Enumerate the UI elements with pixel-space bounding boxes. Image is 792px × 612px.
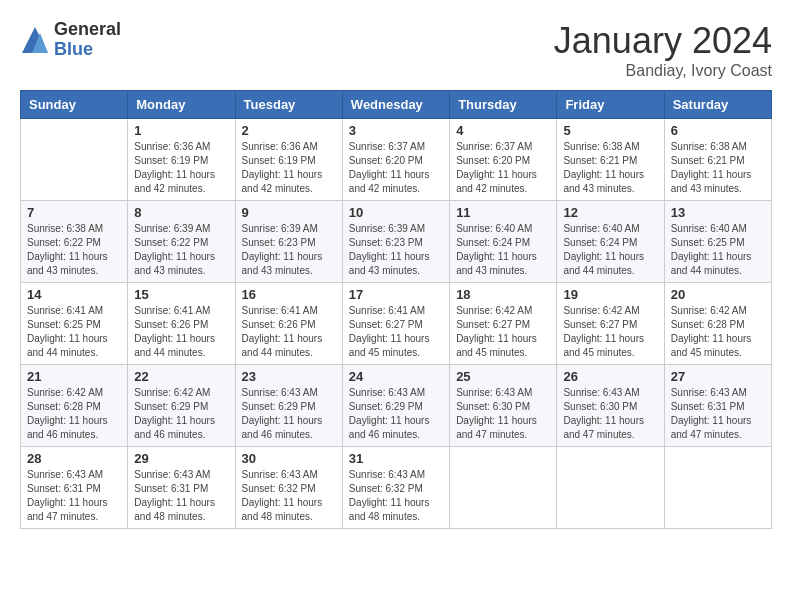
logo-text: General Blue <box>54 20 121 60</box>
calendar-cell: 24Sunrise: 6:43 AMSunset: 6:29 PMDayligh… <box>342 365 449 447</box>
day-info: Sunrise: 6:38 AMSunset: 6:21 PMDaylight:… <box>671 140 765 196</box>
day-number: 11 <box>456 205 550 220</box>
day-info: Sunrise: 6:38 AMSunset: 6:21 PMDaylight:… <box>563 140 657 196</box>
calendar-week-2: 7Sunrise: 6:38 AMSunset: 6:22 PMDaylight… <box>21 201 772 283</box>
day-info: Sunrise: 6:43 AMSunset: 6:31 PMDaylight:… <box>671 386 765 442</box>
calendar-week-1: 1Sunrise: 6:36 AMSunset: 6:19 PMDaylight… <box>21 119 772 201</box>
calendar-cell: 2Sunrise: 6:36 AMSunset: 6:19 PMDaylight… <box>235 119 342 201</box>
day-number: 29 <box>134 451 228 466</box>
day-number: 6 <box>671 123 765 138</box>
logo: General Blue <box>20 20 121 60</box>
calendar-cell: 28Sunrise: 6:43 AMSunset: 6:31 PMDayligh… <box>21 447 128 529</box>
weekday-header-friday: Friday <box>557 91 664 119</box>
day-info: Sunrise: 6:41 AMSunset: 6:26 PMDaylight:… <box>134 304 228 360</box>
day-number: 18 <box>456 287 550 302</box>
day-number: 14 <box>27 287 121 302</box>
day-number: 20 <box>671 287 765 302</box>
weekday-header-wednesday: Wednesday <box>342 91 449 119</box>
day-info: Sunrise: 6:43 AMSunset: 6:31 PMDaylight:… <box>27 468 121 524</box>
day-info: Sunrise: 6:40 AMSunset: 6:24 PMDaylight:… <box>456 222 550 278</box>
calendar-cell <box>557 447 664 529</box>
day-info: Sunrise: 6:43 AMSunset: 6:30 PMDaylight:… <box>563 386 657 442</box>
day-number: 10 <box>349 205 443 220</box>
day-number: 5 <box>563 123 657 138</box>
day-info: Sunrise: 6:40 AMSunset: 6:25 PMDaylight:… <box>671 222 765 278</box>
day-number: 26 <box>563 369 657 384</box>
calendar-cell: 25Sunrise: 6:43 AMSunset: 6:30 PMDayligh… <box>450 365 557 447</box>
calendar-week-3: 14Sunrise: 6:41 AMSunset: 6:25 PMDayligh… <box>21 283 772 365</box>
day-info: Sunrise: 6:42 AMSunset: 6:28 PMDaylight:… <box>671 304 765 360</box>
calendar-cell: 14Sunrise: 6:41 AMSunset: 6:25 PMDayligh… <box>21 283 128 365</box>
day-number: 12 <box>563 205 657 220</box>
page-header: General Blue January 2024 Bandiay, Ivory… <box>20 20 772 80</box>
calendar-week-4: 21Sunrise: 6:42 AMSunset: 6:28 PMDayligh… <box>21 365 772 447</box>
calendar-cell <box>450 447 557 529</box>
day-info: Sunrise: 6:42 AMSunset: 6:28 PMDaylight:… <box>27 386 121 442</box>
calendar-table: SundayMondayTuesdayWednesdayThursdayFrid… <box>20 90 772 529</box>
day-info: Sunrise: 6:41 AMSunset: 6:26 PMDaylight:… <box>242 304 336 360</box>
day-info: Sunrise: 6:36 AMSunset: 6:19 PMDaylight:… <box>242 140 336 196</box>
month-title: January 2024 <box>554 20 772 62</box>
day-info: Sunrise: 6:42 AMSunset: 6:27 PMDaylight:… <box>563 304 657 360</box>
calendar-cell: 26Sunrise: 6:43 AMSunset: 6:30 PMDayligh… <box>557 365 664 447</box>
calendar-cell: 13Sunrise: 6:40 AMSunset: 6:25 PMDayligh… <box>664 201 771 283</box>
day-info: Sunrise: 6:39 AMSunset: 6:23 PMDaylight:… <box>242 222 336 278</box>
day-number: 24 <box>349 369 443 384</box>
day-info: Sunrise: 6:37 AMSunset: 6:20 PMDaylight:… <box>456 140 550 196</box>
day-number: 30 <box>242 451 336 466</box>
calendar-cell: 16Sunrise: 6:41 AMSunset: 6:26 PMDayligh… <box>235 283 342 365</box>
calendar-cell: 23Sunrise: 6:43 AMSunset: 6:29 PMDayligh… <box>235 365 342 447</box>
calendar-cell: 19Sunrise: 6:42 AMSunset: 6:27 PMDayligh… <box>557 283 664 365</box>
calendar-cell: 17Sunrise: 6:41 AMSunset: 6:27 PMDayligh… <box>342 283 449 365</box>
calendar-cell <box>21 119 128 201</box>
weekday-header-saturday: Saturday <box>664 91 771 119</box>
day-info: Sunrise: 6:37 AMSunset: 6:20 PMDaylight:… <box>349 140 443 196</box>
calendar-cell: 3Sunrise: 6:37 AMSunset: 6:20 PMDaylight… <box>342 119 449 201</box>
day-number: 7 <box>27 205 121 220</box>
day-number: 8 <box>134 205 228 220</box>
day-number: 15 <box>134 287 228 302</box>
calendar-cell: 4Sunrise: 6:37 AMSunset: 6:20 PMDaylight… <box>450 119 557 201</box>
calendar-cell: 30Sunrise: 6:43 AMSunset: 6:32 PMDayligh… <box>235 447 342 529</box>
calendar-cell: 8Sunrise: 6:39 AMSunset: 6:22 PMDaylight… <box>128 201 235 283</box>
calendar-cell: 29Sunrise: 6:43 AMSunset: 6:31 PMDayligh… <box>128 447 235 529</box>
location-subtitle: Bandiay, Ivory Coast <box>554 62 772 80</box>
calendar-cell: 9Sunrise: 6:39 AMSunset: 6:23 PMDaylight… <box>235 201 342 283</box>
day-info: Sunrise: 6:36 AMSunset: 6:19 PMDaylight:… <box>134 140 228 196</box>
calendar-cell: 22Sunrise: 6:42 AMSunset: 6:29 PMDayligh… <box>128 365 235 447</box>
calendar-cell: 21Sunrise: 6:42 AMSunset: 6:28 PMDayligh… <box>21 365 128 447</box>
title-block: January 2024 Bandiay, Ivory Coast <box>554 20 772 80</box>
day-info: Sunrise: 6:43 AMSunset: 6:30 PMDaylight:… <box>456 386 550 442</box>
day-info: Sunrise: 6:43 AMSunset: 6:32 PMDaylight:… <box>242 468 336 524</box>
calendar-cell: 5Sunrise: 6:38 AMSunset: 6:21 PMDaylight… <box>557 119 664 201</box>
day-info: Sunrise: 6:43 AMSunset: 6:29 PMDaylight:… <box>242 386 336 442</box>
logo-blue: Blue <box>54 40 121 60</box>
day-info: Sunrise: 6:43 AMSunset: 6:29 PMDaylight:… <box>349 386 443 442</box>
day-info: Sunrise: 6:41 AMSunset: 6:25 PMDaylight:… <box>27 304 121 360</box>
logo-general: General <box>54 20 121 40</box>
calendar-cell: 1Sunrise: 6:36 AMSunset: 6:19 PMDaylight… <box>128 119 235 201</box>
day-info: Sunrise: 6:41 AMSunset: 6:27 PMDaylight:… <box>349 304 443 360</box>
weekday-header-tuesday: Tuesday <box>235 91 342 119</box>
day-info: Sunrise: 6:42 AMSunset: 6:29 PMDaylight:… <box>134 386 228 442</box>
day-number: 25 <box>456 369 550 384</box>
calendar-cell: 18Sunrise: 6:42 AMSunset: 6:27 PMDayligh… <box>450 283 557 365</box>
day-number: 17 <box>349 287 443 302</box>
day-number: 22 <box>134 369 228 384</box>
calendar-cell: 20Sunrise: 6:42 AMSunset: 6:28 PMDayligh… <box>664 283 771 365</box>
day-number: 21 <box>27 369 121 384</box>
day-number: 4 <box>456 123 550 138</box>
calendar-cell: 12Sunrise: 6:40 AMSunset: 6:24 PMDayligh… <box>557 201 664 283</box>
day-number: 23 <box>242 369 336 384</box>
day-number: 31 <box>349 451 443 466</box>
day-number: 13 <box>671 205 765 220</box>
calendar-cell: 10Sunrise: 6:39 AMSunset: 6:23 PMDayligh… <box>342 201 449 283</box>
calendar-cell: 11Sunrise: 6:40 AMSunset: 6:24 PMDayligh… <box>450 201 557 283</box>
logo-icon <box>20 25 50 55</box>
calendar-cell: 31Sunrise: 6:43 AMSunset: 6:32 PMDayligh… <box>342 447 449 529</box>
calendar-cell: 6Sunrise: 6:38 AMSunset: 6:21 PMDaylight… <box>664 119 771 201</box>
day-number: 28 <box>27 451 121 466</box>
weekday-header-thursday: Thursday <box>450 91 557 119</box>
day-number: 1 <box>134 123 228 138</box>
calendar-cell <box>664 447 771 529</box>
